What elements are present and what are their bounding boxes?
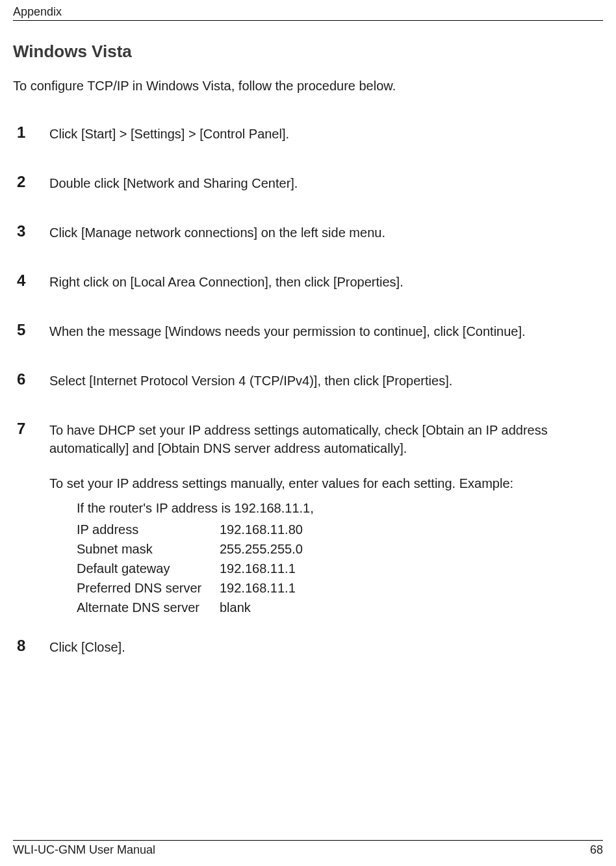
- example-label: Alternate DNS server: [77, 598, 220, 617]
- step-number: 7: [13, 420, 49, 617]
- example-row: Default gateway 192.168.11.1: [77, 559, 603, 578]
- example-value: 192.168.11.1: [220, 578, 296, 598]
- example-value: 255.255.255.0: [220, 539, 303, 559]
- step-2: 2 Double click [Network and Sharing Cent…: [13, 173, 603, 192]
- step-number: 1: [13, 123, 49, 143]
- footer-left: WLI-UC-GNM User Manual: [13, 843, 155, 857]
- step-text: To have DHCP set your IP address setting…: [49, 420, 603, 617]
- header-label: Appendix: [13, 5, 603, 19]
- step-text: Right click on [Local Area Connection], …: [49, 272, 603, 291]
- example-label: Preferred DNS server: [77, 578, 220, 598]
- example-value: blank: [220, 598, 251, 617]
- intro-text: To configure TCP/IP in Windows Vista, fo…: [13, 79, 603, 94]
- example-row: Preferred DNS server 192.168.11.1: [77, 578, 603, 598]
- step-number: 8: [13, 637, 49, 656]
- example-row: Alternate DNS server blank: [77, 598, 603, 617]
- example-label: Subnet mask: [77, 539, 220, 559]
- step-1: 1 Click [Start] > [Settings] > [Control …: [13, 123, 603, 143]
- example-row: Subnet mask 255.255.255.0: [77, 539, 603, 559]
- step-7: 7 To have DHCP set your IP address setti…: [13, 420, 603, 617]
- step-text: Select [Internet Protocol Version 4 (TCP…: [49, 370, 603, 390]
- step-number: 3: [13, 222, 49, 242]
- step-text: Click [Start] > [Settings] > [Control Pa…: [49, 123, 603, 143]
- step-text: Click [Manage network connections] on th…: [49, 222, 603, 242]
- example-row: IP address 192.168.11.80: [77, 520, 603, 539]
- step-4: 4 Right click on [Local Area Connection]…: [13, 272, 603, 291]
- step-5: 5 When the message [Windows needs your p…: [13, 321, 603, 340]
- page-number: 68: [590, 843, 603, 857]
- step-3: 3 Click [Manage network connections] on …: [13, 222, 603, 242]
- example-value: 192.168.11.80: [220, 520, 303, 539]
- section-title: Windows Vista: [13, 42, 603, 62]
- example-label: Default gateway: [77, 559, 220, 578]
- step-number: 6: [13, 370, 49, 390]
- step-text: Click [Close].: [49, 637, 603, 656]
- example-intro: If the router's IP address is 192.168.11…: [77, 499, 603, 517]
- example-value: 192.168.11.1: [220, 559, 296, 578]
- step-6: 6 Select [Internet Protocol Version 4 (T…: [13, 370, 603, 390]
- header: Appendix: [13, 5, 603, 21]
- step-text: When the message [Windows needs your per…: [49, 321, 603, 340]
- step-text: Double click [Network and Sharing Center…: [49, 173, 603, 192]
- step-7-manual-intro: To set your IP address settings manually…: [49, 474, 603, 492]
- example-label: IP address: [77, 520, 220, 539]
- step-number: 4: [13, 272, 49, 291]
- example-table: If the router's IP address is 192.168.11…: [77, 499, 603, 617]
- step-number: 2: [13, 173, 49, 192]
- step-number: 5: [13, 321, 49, 340]
- step-7-auto-text: To have DHCP set your IP address setting…: [49, 421, 603, 457]
- step-8: 8 Click [Close].: [13, 637, 603, 656]
- footer: WLI-UC-GNM User Manual 68: [13, 840, 603, 857]
